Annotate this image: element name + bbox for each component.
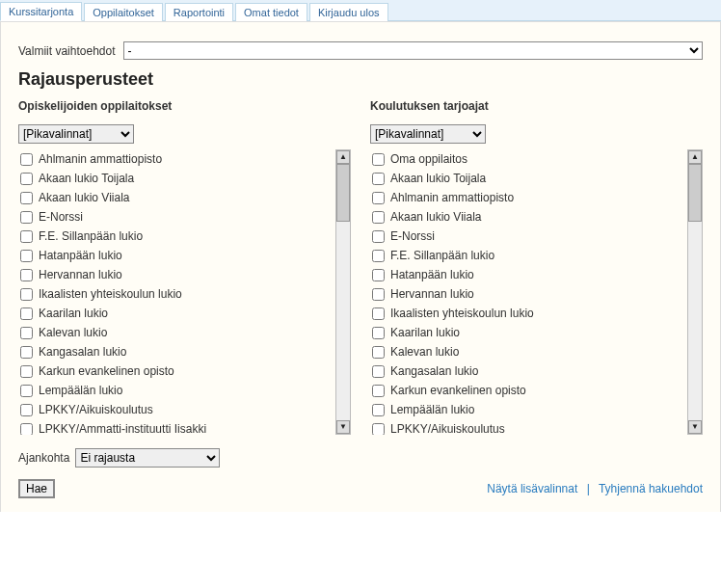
tab-omat-tiedot[interactable]: Omat tiedot xyxy=(235,3,307,21)
tab-kurssitarjonta[interactable]: Kurssitarjonta xyxy=(0,2,82,21)
list-item-label: LPKKY/Aikuiskoulutus xyxy=(390,420,505,435)
scroll-thumb[interactable] xyxy=(688,164,702,222)
left-scrollbar[interactable]: ▲ ▼ xyxy=(335,149,351,435)
left-checkbox[interactable] xyxy=(20,288,33,301)
scroll-up-icon[interactable]: ▲ xyxy=(336,150,350,164)
right-checkbox[interactable] xyxy=(372,346,385,359)
list-item: Karkun evankelinen opisto xyxy=(370,381,687,400)
left-checkbox[interactable] xyxy=(20,346,33,359)
list-item-label: E-Norssi xyxy=(39,208,83,226)
left-checkbox[interactable] xyxy=(20,230,33,243)
list-item: Kalevan lukio xyxy=(370,342,687,361)
scroll-track[interactable] xyxy=(336,164,350,420)
list-item: Kaarilan lukio xyxy=(370,323,687,342)
left-checkbox[interactable] xyxy=(20,192,33,204)
list-item: Ikaalisten yhteiskoulun lukio xyxy=(370,304,687,323)
list-item-label: Ikaalisten yhteiskoulun lukio xyxy=(39,285,182,303)
list-item-label: Ikaalisten yhteiskoulun lukio xyxy=(390,305,534,322)
right-title: Koulutuksen tarjoajat xyxy=(370,99,703,113)
left-checkbox[interactable] xyxy=(20,173,33,185)
left-checkbox[interactable] xyxy=(20,269,33,281)
list-item: E-Norssi xyxy=(370,227,687,246)
footer-links: Näytä lisävalinnat | Tyhjennä hakuehdot xyxy=(487,482,703,495)
list-item-label: Ahlmanin ammattiopisto xyxy=(390,189,514,206)
right-checkbox[interactable] xyxy=(372,211,385,224)
left-checkbox[interactable] xyxy=(20,307,33,320)
right-checkbox[interactable] xyxy=(372,192,385,204)
list-item-label: Hatanpään lukio xyxy=(39,247,122,264)
list-item: Karkun evankelinen opisto xyxy=(18,361,335,381)
tab-kirjaudu-ulos[interactable]: Kirjaudu ulos xyxy=(309,3,388,21)
list-item: Hatanpään lukio xyxy=(18,246,335,265)
list-item: Lempäälän lukio xyxy=(18,381,335,400)
two-column-area: Opiskelijoiden oppilaitokset [Pikavalinn… xyxy=(18,99,703,435)
scroll-track[interactable] xyxy=(688,164,702,420)
list-item-label: Lempäälän lukio xyxy=(390,401,474,418)
list-item: Ahlmanin ammattiopisto xyxy=(18,149,335,169)
tab-raportointi[interactable]: Raportointi xyxy=(165,3,233,21)
list-item: Akaan lukio Viiala xyxy=(18,188,335,207)
col-opiskelijoiden-oppilaitokset: Opiskelijoiden oppilaitokset [Pikavalinn… xyxy=(18,99,351,435)
list-item-label: Akaan lukio Viiala xyxy=(39,189,130,206)
right-checkbox[interactable] xyxy=(372,327,385,339)
right-list: Oma oppilaitosAkaan lukio ToijalaAhlmani… xyxy=(370,149,687,435)
col-koulutuksen-tarjoajat: Koulutuksen tarjoajat [Pikavalinnat] Oma… xyxy=(370,99,703,435)
list-item: Ahlmanin ammattiopisto xyxy=(370,188,687,207)
scroll-down-icon[interactable]: ▼ xyxy=(688,420,702,434)
list-item-label: Kalevan lukio xyxy=(390,343,459,361)
tab-oppilaitokset[interactable]: Oppilaitokset xyxy=(84,3,163,21)
right-checkbox[interactable] xyxy=(372,365,385,378)
right-checkbox[interactable] xyxy=(372,307,385,320)
right-checkbox[interactable] xyxy=(372,288,385,301)
hae-button[interactable]: Hae xyxy=(18,479,55,498)
right-checkbox[interactable] xyxy=(372,250,385,262)
scroll-down-icon[interactable]: ▼ xyxy=(336,420,350,434)
right-checkbox[interactable] xyxy=(372,230,385,243)
right-checkbox[interactable] xyxy=(372,269,385,281)
left-checkbox[interactable] xyxy=(20,365,33,378)
link-tyhjenna-hakuehdot[interactable]: Tyhjennä hakuehdot xyxy=(599,482,703,495)
list-item: Ikaalisten yhteiskoulun lukio xyxy=(18,284,335,304)
row-ajankohta: Ajankohta Ei rajausta xyxy=(18,448,703,468)
right-checkbox[interactable] xyxy=(372,385,385,397)
link-nayta-lisavalinnat[interactable]: Näytä lisävalinnat xyxy=(487,482,577,495)
valmiit-select[interactable]: - xyxy=(123,41,704,60)
left-list: Ahlmanin ammattiopistoAkaan lukio Toijal… xyxy=(18,149,335,435)
row-valmiit-vaihtoehdot: Valmiit vaihtoehdot - xyxy=(18,41,703,60)
valmiit-label: Valmiit vaihtoehdot xyxy=(18,44,116,58)
list-item-label: LPKKY/Ammatti-instituutti Iisakki xyxy=(39,420,206,435)
scroll-up-icon[interactable]: ▲ xyxy=(688,150,702,164)
list-item: Kangasalan lukio xyxy=(370,361,687,381)
heading-rajausperusteet: Rajausperusteet xyxy=(18,69,703,90)
scroll-thumb[interactable] xyxy=(336,164,350,222)
list-item: Akaan lukio Toijala xyxy=(370,169,687,188)
list-item-label: LPKKY/Aikuiskoulutus xyxy=(39,401,153,418)
list-item: Kaarilan lukio xyxy=(18,304,335,323)
list-item-label: Hatanpään lukio xyxy=(390,266,474,283)
list-item: LPKKY/Aikuiskoulutus xyxy=(370,419,687,435)
left-checkbox[interactable] xyxy=(20,423,33,436)
list-item-label: F.E. Sillanpään lukio xyxy=(390,247,494,264)
left-checkbox[interactable] xyxy=(20,404,33,416)
list-item-label: Ahlmanin ammattiopisto xyxy=(39,150,162,168)
left-checkbox[interactable] xyxy=(20,327,33,339)
left-checkbox[interactable] xyxy=(20,250,33,262)
right-checkbox[interactable] xyxy=(372,173,385,185)
right-checkbox[interactable] xyxy=(372,153,385,166)
right-scrollbar[interactable]: ▲ ▼ xyxy=(687,149,703,435)
right-checkbox[interactable] xyxy=(372,404,385,416)
content-panel: Valmiit vaihtoehdot - Rajausperusteet Op… xyxy=(0,21,721,512)
left-checkbox[interactable] xyxy=(20,153,33,166)
left-pikavalinnat-select[interactable]: [Pikavalinnat] xyxy=(18,124,134,144)
list-item-label: Kangasalan lukio xyxy=(39,343,126,361)
list-item-label: Kangasalan lukio xyxy=(390,362,478,380)
left-list-wrap: Ahlmanin ammattiopistoAkaan lukio Toijal… xyxy=(18,149,351,435)
left-checkbox[interactable] xyxy=(20,211,33,224)
ajankohta-select[interactable]: Ei rajausta xyxy=(75,448,220,468)
list-item-label: Kaarilan lukio xyxy=(39,305,108,322)
left-checkbox[interactable] xyxy=(20,385,33,397)
ajankohta-label: Ajankohta xyxy=(18,451,69,465)
list-item-label: Hervannan lukio xyxy=(390,285,474,303)
right-pikavalinnat-select[interactable]: [Pikavalinnat] xyxy=(370,124,486,144)
right-checkbox[interactable] xyxy=(372,423,385,436)
